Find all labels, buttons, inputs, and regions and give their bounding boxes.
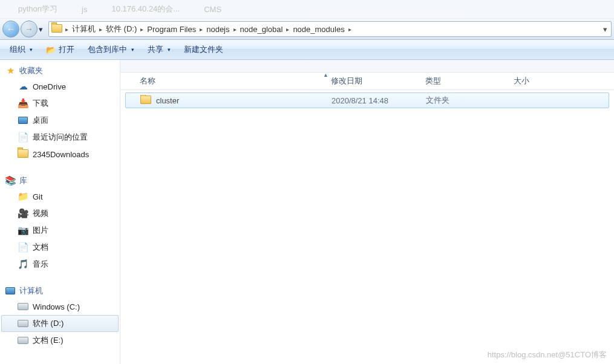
- sidebar-item-pictures[interactable]: 📷图片: [1, 222, 119, 239]
- chevron-right-icon[interactable]: ▸: [198, 26, 204, 33]
- breadcrumb-nodejs[interactable]: nodejs: [204, 22, 231, 36]
- sort-indicator-icon: ▲: [323, 72, 328, 78]
- chevron-right-icon[interactable]: ▸: [139, 26, 145, 33]
- sidebar-item-git[interactable]: 📁Git: [1, 188, 119, 205]
- nav-history-dropdown[interactable]: ▾: [39, 25, 47, 34]
- star-icon: ★: [5, 65, 16, 76]
- document-icon: 📄: [18, 242, 28, 253]
- sidebar-item-recent[interactable]: 📄最近访问的位置: [1, 129, 119, 146]
- include-in-library-button[interactable]: 包含到库中▾: [83, 42, 139, 57]
- sidebar-item-drive-d[interactable]: 软件 (D:): [1, 315, 119, 332]
- folder-icon: [18, 149, 28, 160]
- background-tabs: python学习js10.176.40.24的会...CMS: [0, 0, 614, 19]
- address-bar: ← → ▾ ▸ 计算机 ▸ 软件 (D:) ▸ Program Files ▸ …: [0, 19, 614, 40]
- navigation-pane: ★收藏夹 ☁OneDrive 📥下载 桌面 📄最近访问的位置 2345Downl…: [0, 60, 120, 364]
- breadcrumb-node-global[interactable]: node_global: [238, 22, 285, 36]
- breadcrumb[interactable]: ▸ 计算机 ▸ 软件 (D:) ▸ Program Files ▸ nodejs…: [48, 21, 612, 37]
- back-button[interactable]: ←: [2, 21, 19, 37]
- breadcrumb-program-files[interactable]: Program Files: [145, 22, 198, 36]
- organize-button[interactable]: 组织▾: [5, 42, 38, 57]
- drive-icon: [18, 335, 28, 346]
- sidebar-item-onedrive[interactable]: ☁OneDrive: [1, 78, 119, 95]
- breadcrumb-computer[interactable]: 计算机: [70, 22, 97, 36]
- new-folder-button[interactable]: 新建文件夹: [179, 42, 228, 57]
- music-icon: 🎵: [18, 259, 28, 270]
- chevron-right-icon[interactable]: ▸: [97, 26, 104, 33]
- sidebar-item-music[interactable]: 🎵音乐: [1, 256, 119, 273]
- share-button[interactable]: 共享▾: [143, 42, 175, 57]
- column-header-name[interactable]: 名称: [135, 76, 326, 86]
- library-icon: 📚: [5, 175, 16, 186]
- sidebar-item-downloads[interactable]: 📥下载: [1, 95, 119, 112]
- chevron-right-icon[interactable]: ▸: [232, 26, 238, 33]
- recent-icon: 📄: [18, 132, 28, 143]
- video-icon: 🎥: [18, 208, 28, 219]
- column-header-date[interactable]: 修改日期: [326, 76, 420, 86]
- sidebar-item-documents[interactable]: 📄文档: [1, 239, 119, 256]
- libraries-header[interactable]: 📚库: [0, 174, 120, 188]
- breadcrumb-node-modules[interactable]: node_modules: [291, 22, 346, 36]
- chevron-right-icon[interactable]: ▸: [64, 26, 70, 33]
- menu-strip: [120, 60, 614, 73]
- file-type: 文件夹: [421, 95, 509, 106]
- chevron-right-icon[interactable]: ▸: [284, 26, 291, 33]
- favorites-header[interactable]: ★收藏夹: [0, 63, 120, 78]
- file-date: 2020/8/21 14:48: [327, 96, 421, 105]
- drive-icon: [18, 318, 28, 329]
- column-headers: ▲ 名称 修改日期 类型 大小: [120, 73, 614, 90]
- computer-header[interactable]: 计算机: [0, 284, 120, 298]
- folder-icon: [140, 95, 151, 106]
- file-list[interactable]: cluster 2020/8/21 14:48 文件夹: [120, 90, 614, 364]
- folder-icon: [51, 24, 62, 34]
- desktop-icon: [18, 115, 28, 126]
- file-name: cluster: [156, 96, 179, 105]
- sidebar-item-desktop[interactable]: 桌面: [1, 112, 119, 129]
- download-icon: 📥: [18, 98, 28, 109]
- toolbar: 组织▾ 📂打开 包含到库中▾ 共享▾ 新建文件夹: [0, 40, 614, 60]
- picture-icon: 📷: [18, 225, 28, 236]
- content-pane: ▲ 名称 修改日期 类型 大小 cluster 2020/8/21 14:48 …: [120, 60, 614, 364]
- git-icon: 📁: [18, 191, 28, 202]
- cloud-icon: ☁: [18, 81, 28, 92]
- column-header-size[interactable]: 大小: [509, 76, 567, 86]
- chevron-down-icon: ▾: [168, 47, 171, 53]
- path-dropdown-icon[interactable]: ▾: [600, 25, 610, 34]
- drive-icon: [18, 301, 28, 312]
- open-icon: 📂: [46, 45, 56, 54]
- sidebar-item-2345downloads[interactable]: 2345Downloads: [1, 146, 119, 163]
- chevron-down-icon: ▾: [30, 47, 33, 53]
- sidebar-item-videos[interactable]: 🎥视频: [1, 205, 119, 222]
- chevron-right-icon[interactable]: ▸: [347, 26, 353, 33]
- sidebar-item-drive-c[interactable]: Windows (C:): [1, 298, 119, 315]
- forward-button[interactable]: →: [21, 21, 38, 37]
- breadcrumb-drive-d[interactable]: 软件 (D:): [104, 22, 139, 36]
- computer-icon: [5, 285, 16, 296]
- table-row[interactable]: cluster 2020/8/21 14:48 文件夹: [125, 93, 609, 108]
- column-header-type[interactable]: 类型: [420, 76, 509, 86]
- sidebar-item-drive-e[interactable]: 文档 (E:): [1, 332, 119, 349]
- open-button[interactable]: 📂打开: [41, 42, 79, 57]
- chevron-down-icon: ▾: [131, 47, 134, 53]
